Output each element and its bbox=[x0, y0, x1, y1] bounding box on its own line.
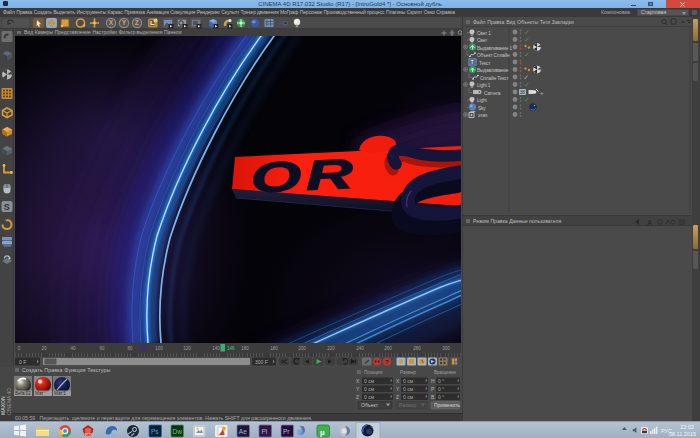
svg-text:Сплайн Текст: Сплайн Текст bbox=[480, 75, 509, 81]
svg-text:0 см: 0 см bbox=[364, 386, 375, 392]
svg-text:260: 260 bbox=[384, 346, 392, 351]
svg-text:Свет: Свет bbox=[477, 38, 488, 43]
svg-text:P: P bbox=[431, 386, 435, 392]
svg-text:A: A bbox=[647, 218, 653, 226]
svg-text:Ps: Ps bbox=[151, 428, 159, 435]
svg-text:22:02: 22:02 bbox=[680, 424, 694, 430]
svg-text:Befa.02: Befa.02 bbox=[15, 391, 31, 396]
svg-text:120: 120 bbox=[183, 346, 191, 351]
svg-text:300: 300 bbox=[442, 346, 450, 351]
svg-text:Мат: Мат bbox=[35, 391, 44, 396]
svg-text:100: 100 bbox=[155, 346, 163, 351]
svg-text:Z: Z bbox=[396, 394, 399, 400]
svg-text:Размер: Размер bbox=[399, 402, 416, 408]
svg-text:Y: Y bbox=[356, 386, 360, 392]
svg-text:0 °: 0 ° bbox=[438, 386, 444, 392]
svg-text:H: H bbox=[431, 378, 435, 384]
svg-text:160: 160 bbox=[241, 346, 249, 351]
svg-text:0 см: 0 см bbox=[403, 394, 414, 400]
svg-text:Мат.1: Мат.1 bbox=[54, 391, 66, 396]
svg-text:Y: Y bbox=[122, 19, 127, 26]
svg-text:Применить: Применить bbox=[434, 402, 460, 408]
svg-text:X: X bbox=[356, 378, 360, 384]
svg-text:Позиция: Позиция bbox=[364, 370, 383, 375]
svg-text:?: ? bbox=[385, 359, 389, 365]
svg-text:0 см: 0 см bbox=[364, 394, 375, 400]
svg-text:Ae: Ae bbox=[239, 428, 247, 435]
svg-text:OR: OR bbox=[250, 149, 359, 201]
svg-text:Light: Light bbox=[477, 98, 487, 103]
svg-text:Camera: Camera bbox=[484, 91, 501, 96]
svg-text:Объект Сплайн: Объект Сплайн bbox=[477, 52, 510, 58]
svg-text:200: 200 bbox=[298, 346, 306, 351]
svg-text:µ: µ bbox=[320, 428, 325, 437]
svg-text:220: 220 bbox=[327, 346, 335, 351]
svg-text:40: 40 bbox=[70, 346, 76, 351]
svg-text:Объект: Объект bbox=[361, 402, 379, 408]
svg-text:Pr: Pr bbox=[283, 428, 290, 435]
svg-text:0 см: 0 см bbox=[403, 386, 414, 392]
svg-text:08.11.2015: 08.11.2015 bbox=[669, 431, 696, 437]
svg-text:0 °: 0 ° bbox=[438, 394, 444, 400]
svg-text:Размер: Размер bbox=[400, 370, 416, 375]
svg-text:Свет 1: Свет 1 bbox=[477, 31, 491, 36]
svg-text:Z: Z bbox=[135, 19, 139, 26]
svg-text:X: X bbox=[109, 19, 114, 26]
svg-text:180: 180 bbox=[270, 346, 278, 351]
svg-text:Вращение: Вращение bbox=[434, 370, 457, 375]
svg-text:Light 1: Light 1 bbox=[477, 83, 491, 88]
svg-text:+: + bbox=[540, 90, 544, 96]
svg-text:S: S bbox=[4, 202, 10, 212]
svg-text:0 см: 0 см bbox=[364, 378, 375, 384]
svg-text:300 F: 300 F bbox=[255, 359, 268, 365]
svg-text:Dw: Dw bbox=[173, 428, 183, 435]
svg-text:Выдавливание: Выдавливание bbox=[477, 68, 509, 73]
svg-text:Pl: Pl bbox=[262, 428, 268, 435]
svg-text:X: X bbox=[396, 378, 400, 384]
svg-text:60: 60 bbox=[99, 346, 105, 351]
svg-text:Выдавливание 1: Выдавливание 1 bbox=[477, 46, 513, 51]
svg-text:0: 0 bbox=[18, 346, 21, 351]
svg-text:0 см: 0 см bbox=[403, 378, 414, 384]
svg-text:Sky: Sky bbox=[478, 106, 486, 111]
svg-text:140: 140 bbox=[212, 346, 220, 351]
svg-text:ФОХ: ФОХ bbox=[84, 432, 93, 437]
svg-text:Z: Z bbox=[356, 394, 359, 400]
svg-text:280: 280 bbox=[413, 346, 421, 351]
svg-text:0 F: 0 F bbox=[19, 359, 26, 365]
svg-text:20: 20 bbox=[41, 346, 47, 351]
svg-text:146: 146 bbox=[227, 346, 235, 351]
svg-text:Y: Y bbox=[396, 386, 400, 392]
svg-text:240: 240 bbox=[356, 346, 364, 351]
svg-text:38: 38 bbox=[520, 90, 525, 95]
svg-text:0 °: 0 ° bbox=[438, 378, 444, 384]
svg-text:этап: этап bbox=[478, 113, 488, 118]
svg-text:B: B bbox=[431, 394, 435, 400]
svg-text:Текст: Текст bbox=[479, 61, 491, 66]
svg-text:80: 80 bbox=[127, 346, 133, 351]
